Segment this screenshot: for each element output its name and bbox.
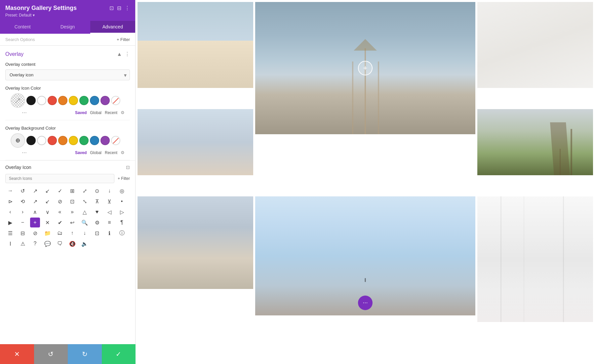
- bg-color-tab-saved[interactable]: Saved: [75, 150, 87, 155]
- color-tab-saved[interactable]: Saved: [75, 110, 87, 115]
- color-blue[interactable]: [90, 96, 99, 105]
- icon-check-circle[interactable]: ✓: [55, 186, 65, 196]
- gallery-item-horizon[interactable]: ···: [255, 196, 475, 315]
- bg-color-tab-recent[interactable]: Recent: [105, 150, 117, 155]
- icon-dbl-right[interactable]: »: [67, 207, 77, 217]
- color-settings-icon[interactable]: ⚙: [121, 110, 125, 115]
- icon-gear-c[interactable]: ⚙: [92, 218, 102, 227]
- fullscreen-icon[interactable]: ⊟: [117, 5, 121, 11]
- icon-down-check[interactable]: ↓: [104, 186, 114, 196]
- bg-color-white[interactable]: [37, 136, 46, 145]
- icon-prohibited[interactable]: ⊘: [55, 196, 65, 206]
- color-clear[interactable]: [111, 96, 120, 105]
- bg-color-tab-global[interactable]: Global: [90, 150, 101, 155]
- icon-search-c[interactable]: 🔍: [80, 218, 90, 227]
- icon-inbox[interactable]: ⊡: [92, 228, 102, 238]
- icon-external[interactable]: ⤢: [80, 186, 90, 196]
- icon-text[interactable]: ¶: [117, 218, 127, 227]
- icon-up-bold[interactable]: △: [80, 207, 90, 217]
- bg-color-purple[interactable]: [100, 136, 110, 145]
- icon-upload[interactable]: ↑: [67, 228, 77, 238]
- icon-arrow-ne[interactable]: ↗: [30, 196, 40, 206]
- color-yellow[interactable]: [69, 96, 78, 105]
- icon-down-arrow[interactable]: ⊻: [104, 196, 114, 206]
- color-green[interactable]: [79, 96, 89, 105]
- icon-dbl-left[interactable]: «: [55, 207, 65, 217]
- icon-folder2[interactable]: 🗂: [55, 228, 65, 238]
- gallery-item-pier[interactable]: +: [255, 2, 475, 134]
- bg-color-more-dots[interactable]: ···: [22, 149, 27, 156]
- icon-download2[interactable]: ↓: [80, 228, 90, 238]
- icon-vol[interactable]: 🔈: [80, 239, 90, 249]
- redo-button[interactable]: ↻: [68, 344, 102, 364]
- bg-color-yellow[interactable]: [69, 136, 78, 145]
- icon-up-arrow[interactable]: ⊼: [92, 196, 102, 206]
- section-menu-button[interactable]: ⋮: [125, 51, 130, 57]
- icon-mute[interactable]: 🔇: [67, 239, 77, 249]
- bg-color-red[interactable]: [48, 136, 57, 145]
- overlay-content-select[interactable]: Overlay icon Overlay title None: [5, 69, 130, 80]
- icon-right-bold[interactable]: ▷: [117, 207, 127, 217]
- icon-arrow-up-c[interactable]: ∧: [30, 207, 40, 217]
- gallery-item-white-room[interactable]: [477, 2, 593, 88]
- color-orange[interactable]: [58, 96, 67, 105]
- icon-filter-button[interactable]: + Filter: [118, 176, 130, 181]
- cancel-button[interactable]: ✕: [0, 344, 34, 364]
- icon-info2[interactable]: ⓘ: [117, 228, 127, 238]
- icon-left-bold[interactable]: ◁: [104, 207, 114, 217]
- icon-heart[interactable]: ♥: [92, 207, 102, 217]
- collapse-button[interactable]: ▲: [117, 51, 122, 57]
- more-options-icon[interactable]: ⋮: [125, 5, 130, 11]
- color-black[interactable]: [26, 96, 36, 105]
- bg-color-clear[interactable]: [111, 136, 120, 145]
- icon-warn[interactable]: ⚠: [18, 239, 28, 249]
- icon-circle-dot[interactable]: ◎: [117, 186, 127, 196]
- color-red[interactable]: [48, 96, 57, 105]
- icon-arrow-right[interactable]: →: [5, 186, 15, 196]
- bg-color-orange[interactable]: [58, 136, 67, 145]
- filter-button[interactable]: + Filter: [117, 37, 130, 42]
- color-tab-global[interactable]: Global: [90, 110, 101, 115]
- icon-rotate-ccw[interactable]: ⟲: [18, 196, 28, 206]
- icon-curved-arrow[interactable]: ↩: [67, 218, 77, 227]
- icon-grid-view[interactable]: ⊞: [67, 186, 77, 196]
- icon-arrow-left-c[interactable]: ‹: [5, 207, 15, 217]
- icon-slash[interactable]: ⊘: [30, 228, 40, 238]
- color-tab-recent[interactable]: Recent: [105, 110, 117, 115]
- expand-icon-button[interactable]: ⊡: [126, 165, 130, 170]
- preset-label[interactable]: Preset: Default ▾: [5, 13, 130, 18]
- icon-bubble[interactable]: 💬: [43, 239, 53, 249]
- icon-crop[interactable]: ⊡: [67, 196, 77, 206]
- icon-lines[interactable]: ☰: [5, 228, 15, 238]
- icon-lines2[interactable]: ⊟: [18, 228, 28, 238]
- icon-x-circle[interactable]: ✕: [43, 218, 53, 227]
- color-more-dots[interactable]: ···: [22, 109, 27, 116]
- gallery-item-1[interactable]: [138, 2, 253, 88]
- bg-color-blue[interactable]: [90, 136, 99, 145]
- icon-resize[interactable]: ⤡: [80, 196, 90, 206]
- color-purple[interactable]: [100, 96, 110, 105]
- icon-arrow-down-c[interactable]: ∨: [43, 207, 53, 217]
- undo-button[interactable]: ↺: [34, 344, 68, 364]
- gallery-item-fence[interactable]: [138, 196, 253, 289]
- tab-advanced[interactable]: Advanced: [90, 21, 135, 34]
- icon-folder[interactable]: 📁: [43, 228, 53, 238]
- tab-content[interactable]: Content: [0, 21, 45, 34]
- icon-share[interactable]: ↗: [30, 186, 40, 196]
- icon-color-main-swatch[interactable]: [11, 93, 25, 108]
- gallery-item-coastal[interactable]: [477, 109, 593, 175]
- icon-search-input[interactable]: [5, 174, 114, 183]
- icon-refresh[interactable]: ↺: [18, 186, 28, 196]
- bg-color-settings-icon[interactable]: ⚙: [121, 150, 125, 155]
- icon-minus-c[interactable]: −: [18, 218, 28, 227]
- icon-arrow-right-c[interactable]: ›: [18, 207, 28, 217]
- icon-arrow-circle-right[interactable]: ⊳: [5, 196, 15, 206]
- icon-info3[interactable]: Ⅰ: [5, 239, 15, 249]
- icon-arrow-sw[interactable]: ↙: [43, 196, 53, 206]
- gallery-item-curtain[interactable]: [477, 196, 593, 322]
- icon-dot[interactable]: •: [117, 196, 127, 206]
- icon-download[interactable]: ↙: [43, 186, 53, 196]
- responsive-icon[interactable]: ⊡: [109, 5, 114, 11]
- tab-design[interactable]: Design: [45, 21, 90, 34]
- icon-list[interactable]: ≡: [104, 218, 114, 227]
